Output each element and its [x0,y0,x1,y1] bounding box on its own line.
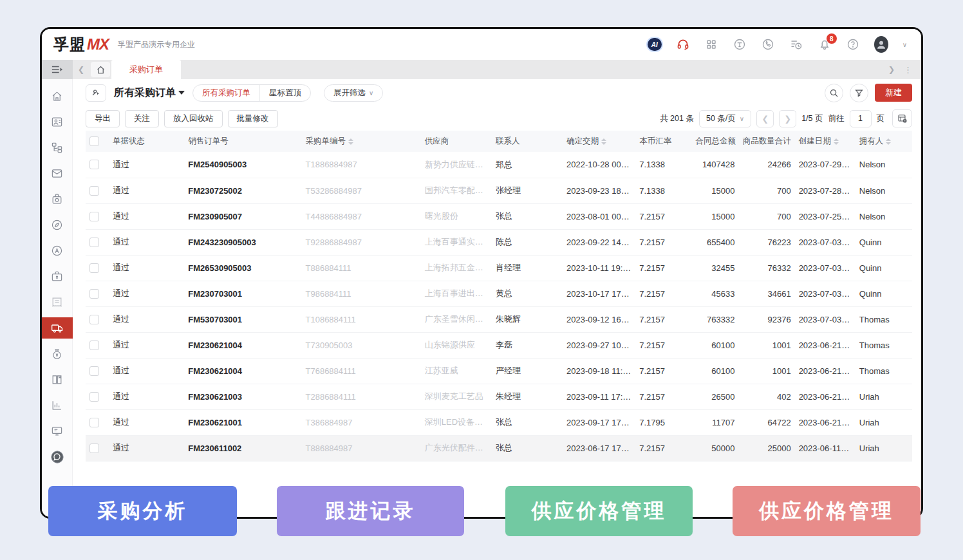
sidebar-monitor-icon[interactable] [42,420,73,442]
row-checkbox[interactable] [89,160,99,169]
help-icon[interactable] [846,37,860,51]
sidebar-bar-chart-icon[interactable] [42,395,73,416]
tab-scroll-right-icon[interactable]: ❯ [888,65,895,74]
notification-bell-icon[interactable]: 8 [818,37,832,51]
table-row[interactable]: 通过FM26530905003T886884111上海拓邦五金配件...肖经理2… [86,255,912,281]
headset-support-icon[interactable] [676,37,690,51]
recycle-bin-button[interactable]: 放入回收站 [164,110,223,127]
table-row[interactable]: 通过FM230703001T986884111上海百事进出口有...黄总2023… [86,281,912,306]
cell-rate: 7.2157 [635,384,691,409]
row-checkbox[interactable] [89,263,99,273]
row-checkbox[interactable] [89,289,99,299]
supply-price-management-button-2[interactable]: 供应价格管理 [733,486,921,536]
cell-supplier: 深圳麦克工艺品 [421,384,492,409]
view-switch-icon[interactable] [86,84,106,102]
row-checkbox[interactable] [89,392,99,402]
row-checkbox[interactable] [89,238,99,247]
cell-amount: 32455 [691,255,738,281]
sidebar-contacts-icon[interactable] [42,111,73,133]
purchase-analysis-button[interactable]: 采购分析 [48,486,237,536]
column-header-owner[interactable]: 拥有人 [855,131,912,152]
row-checkbox[interactable] [89,186,99,196]
table-row[interactable]: 通过FM230621004T730905003山东锦源供应李磊2023-09-2… [86,332,912,358]
table-row[interactable]: 通过FM230611002T886884987广东光伏配件有限...张总2023… [86,435,912,461]
home-tab[interactable] [89,60,111,79]
tab-purchase-orders[interactable]: 采购订单 [111,60,181,79]
row-checkbox[interactable] [89,366,99,376]
row-checkbox[interactable] [89,418,99,427]
table-row[interactable]: 通过FM230621001T386884987深圳LED设备有限...张总202… [86,409,912,435]
follow-up-records-button[interactable]: 跟进记录 [277,486,464,536]
profile-chevron-icon[interactable]: ∨ [902,41,907,48]
sidebar-product-bag-icon[interactable] [42,189,73,210]
row-checkbox[interactable] [89,341,99,350]
row-checkbox[interactable] [89,212,99,221]
sidebar-mail-icon[interactable] [42,163,73,184]
sidebar-invoice-icon[interactable] [42,292,73,313]
collapse-menu-icon[interactable] [42,60,73,79]
table-row[interactable]: 通过FM243230905003T92886884987上海百事通实业有...陈… [86,229,912,255]
column-settings-icon[interactable] [892,109,912,127]
new-button[interactable]: 新建 [875,84,912,102]
cell-qty: 700 [739,178,795,203]
page-size-select[interactable]: 50 条/页∨ [699,110,751,127]
batch-edit-button[interactable]: 批量修改 [228,110,278,127]
avatar[interactable] [874,37,888,51]
row-checkbox[interactable] [89,315,99,324]
filter-all-purchase-orders[interactable]: 所有采购订单 [193,85,259,101]
sidebar-whatsapp-icon[interactable] [42,446,73,467]
sidebar-compass-icon[interactable] [42,214,73,236]
sidebar-home-icon[interactable] [42,86,73,107]
tab-scroll-left-icon[interactable]: ❮ [73,60,89,79]
cell-po_no: T2886884111 [302,384,421,409]
follow-button[interactable]: 关注 [125,110,159,127]
goto-page-input[interactable] [850,110,872,127]
funnel-filter-icon[interactable] [850,84,868,102]
table-row[interactable]: 通过FM230621004T7686884111江苏亚威严经理2023-09-1… [86,358,912,384]
goto-unit: 页 [877,113,885,124]
cell-created: 2023-07-03 11:... [795,306,855,332]
row-checkbox[interactable] [89,443,99,453]
table-row[interactable]: 通过FM230905007T44886884987曙光股份张总2023-08-0… [86,203,912,229]
sort-icon[interactable] [601,138,606,145]
apps-grid-icon[interactable] [704,37,718,51]
search-icon[interactable] [825,84,843,102]
ai-assistant-icon[interactable]: AI [648,37,662,51]
phone-chat-icon[interactable] [761,37,775,51]
sort-icon[interactable] [886,138,891,145]
view-title-dropdown[interactable]: 所有采购订单 [114,86,185,100]
table-row[interactable]: 通过FM230621003T2886884111深圳麦克工艺品朱经理2023-0… [86,384,912,409]
cell-qty: 25000 [739,435,795,461]
column-header-created[interactable]: 创建日期 [795,131,855,152]
cell-sales_no: FM243230905003 [184,229,301,255]
table-row[interactable]: 通过FM2540905003T1886884987新势力供应链公司郑总2022-… [86,152,912,178]
filter-starred-top[interactable]: 星标置顶 [259,85,310,101]
table-row[interactable]: 通过FM530703001T1086884111广东圣雪休闲用品...朱晓辉20… [86,306,912,332]
select-all-checkbox[interactable] [89,136,99,146]
sidebar-ledger-book-icon[interactable] [42,369,73,390]
sidebar-briefcase-finance-icon[interactable] [42,266,73,287]
cell-delivery: 2023-10-17 17:22 [563,281,635,306]
sidebar-truck-procurement-icon[interactable] [42,317,73,339]
sidebar-money-bag-icon[interactable] [42,343,73,364]
goto-label: 前往 [828,113,845,124]
export-button[interactable]: 导出 [86,110,120,127]
sort-icon[interactable] [834,138,839,145]
history-icon[interactable] [789,37,803,51]
sidebar-org-structure-icon[interactable] [42,137,73,158]
supply-price-management-button[interactable]: 供应价格管理 [505,486,693,536]
cell-rate: 7.1338 [635,152,691,178]
column-header-po_no[interactable]: 采购单编号 [302,131,421,152]
table-row[interactable]: 通过FM230725002T53286884987国邦汽车零配件有...张经理2… [86,178,912,203]
column-header-delivery[interactable]: 确定交期 [563,131,635,152]
translate-icon[interactable] [733,37,747,51]
cell-po_no: T7686884111 [302,358,421,384]
cell-status: 通过 [109,178,184,203]
sort-icon[interactable] [348,138,353,145]
tab-bar: ❮ 采购订单 ❯ ⋮ [42,60,921,79]
sidebar-circle-a-icon[interactable] [42,240,73,261]
tab-more-icon[interactable]: ⋮ [904,65,912,75]
expand-filter-button[interactable]: 展开筛选∨ [324,84,383,102]
prev-page-button[interactable]: ❮ [756,110,774,127]
next-page-button[interactable]: ❯ [779,110,796,127]
